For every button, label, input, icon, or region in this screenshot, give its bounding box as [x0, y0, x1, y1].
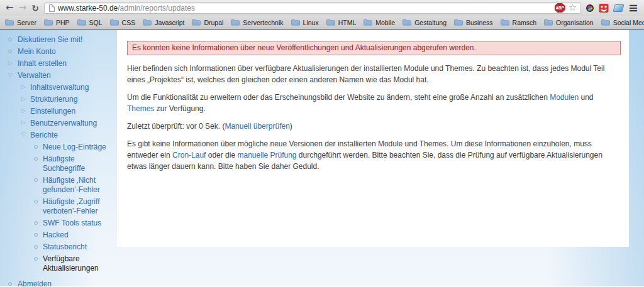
text-segment: zur Verfügung. [154, 104, 205, 113]
bookmark-folder[interactable]: Business [454, 19, 493, 26]
sidebar-item[interactable]: Abmelden [0, 279, 117, 286]
folder-icon [192, 19, 201, 26]
bookmark-star-icon[interactable]: ☆ [569, 3, 577, 13]
sidebar-link[interactable]: SWF Tools status [43, 219, 101, 227]
address-bar[interactable]: www.starke-50.de/admin/reports/updates A… [44, 3, 581, 14]
sidebar-link[interactable]: Verwalten [18, 71, 51, 80]
inline-link[interactable]: Manuell überprüfen [225, 122, 289, 131]
sidebar-link[interactable]: Häufigste Suchbegriffe [43, 154, 85, 173]
folder-icon [364, 19, 372, 26]
bookmark-folder[interactable]: Server [5, 19, 36, 26]
circle-bullet-icon [34, 257, 38, 261]
bookmark-folder[interactable]: Servertechnik [231, 19, 283, 26]
sidebar-link[interactable]: Statusbericht [43, 242, 87, 251]
inline-link[interactable]: Modulen [550, 93, 579, 102]
bookmark-folder[interactable]: Mobile [364, 19, 395, 26]
bookmark-label: Servertechnik [243, 19, 283, 26]
sidebar-item[interactable]: ▷Inhalt erstellen [0, 59, 117, 68]
bookmark-folder[interactable]: HTML [326, 19, 357, 26]
menu-icon[interactable]: ≡ [628, 3, 638, 13]
bookmark-folder[interactable]: CSS [110, 19, 136, 26]
inline-link[interactable]: manuelle Prüfung [237, 151, 296, 160]
bookmark-label: Organisation [556, 19, 594, 26]
sidebar-item[interactable]: Neue Log-Einträge [0, 143, 117, 152]
bookmark-label: Javascript [155, 19, 184, 26]
sidebar-link[interactable]: Einstellungen [30, 107, 75, 116]
colorzilla-extension-icon[interactable] [586, 4, 594, 12]
folder-icon [402, 19, 411, 26]
sidebar-link[interactable]: Verfügbare Aktualisierungen [43, 254, 99, 273]
sidebar-link[interactable]: Diskutieren Sie mit! [18, 35, 82, 44]
sidebar-link[interactable]: Inhaltsverwaltung [30, 83, 89, 92]
bookmark-folder[interactable]: PHP [44, 19, 70, 26]
bookmark-label: Mobile [375, 19, 395, 26]
circle-bullet-icon [34, 200, 38, 203]
bookmark-folder[interactable]: SQL [77, 19, 103, 26]
circle-bullet-icon [8, 50, 12, 53]
sidebar-item[interactable]: ▽Berichte [0, 131, 117, 140]
sidebar-link[interactable]: Hacked [43, 230, 69, 239]
adblock-plus-icon[interactable]: ABP [555, 3, 565, 13]
sidebar-item[interactable]: Häufigste Suchbegriffe [0, 154, 117, 173]
sidebar-item[interactable]: SWF Tools status [0, 219, 117, 228]
sidebar-link[interactable]: Inhalt erstellen [18, 59, 67, 68]
browser-toolbar: ← → ↻ www.starke-50.de/admin/reports/upd… [0, 0, 644, 16]
folder-icon [326, 19, 335, 26]
bookmark-label: Ramsch [513, 19, 537, 26]
sidebar-item[interactable]: ▷Einstellungen [0, 107, 117, 116]
circle-bullet-icon [34, 233, 38, 237]
text-segment: Um die Funktionalität zu erweitern oder … [127, 93, 550, 102]
sidebar-item[interactable]: Hacked [0, 230, 117, 240]
sidebar-link[interactable]: Neue Log-Einträge [43, 143, 106, 151]
folder-icon [544, 19, 553, 26]
sidebar-link[interactable]: Mein Konto [18, 47, 56, 56]
sidebar-link[interactable]: Häufigste ‚Nicht gefunden’-Fehler [43, 176, 100, 194]
circle-bullet-icon [8, 282, 12, 286]
url-text[interactable]: www.starke-50.de/admin/reports/updates [58, 4, 552, 13]
bookmark-folder[interactable]: Linux [291, 19, 319, 26]
sidebar-item[interactable]: Mein Konto [0, 47, 117, 57]
circle-bullet-icon [34, 178, 38, 182]
paragraph: Um die Funktionalität zu erweitern oder … [127, 92, 621, 114]
sidebar-link[interactable]: Benutzerverwaltung [30, 119, 97, 127]
bookmark-folder[interactable]: Javascript [143, 19, 184, 26]
text-segment: Zuletzt überprüft: vor 0 Sek. ( [127, 122, 225, 131]
expand-icon: ▷ [8, 60, 13, 66]
sidebar-link[interactable]: Häufigste ‚Zugriff verboten’-Fehler [43, 197, 100, 215]
sidebar-item[interactable]: Häufigste ‚Nicht gefunden’-Fehler [0, 176, 117, 195]
text-segment: Hier befinden sich Informationen über ve… [127, 64, 604, 84]
smiley-extension-icon[interactable] [599, 3, 609, 13]
sidebar-item[interactable]: ▷Benutzerverwaltung [0, 119, 117, 128]
text-segment: und [579, 93, 593, 102]
collapse-icon: ▽ [21, 132, 26, 138]
bookmark-folder[interactable]: Social Media [601, 19, 644, 26]
sidebar-link[interactable]: Abmelden [18, 279, 52, 286]
bookmark-label: Server [17, 19, 36, 26]
sidebar-link[interactable]: Berichte [30, 131, 58, 139]
back-button[interactable]: ← [6, 3, 14, 13]
bookmark-folder[interactable]: Organisation [544, 19, 594, 26]
folder-icon [454, 19, 463, 26]
reload-button[interactable]: ↻ [31, 4, 39, 13]
sidebar-item[interactable]: ▷Inhaltsverwaltung [0, 83, 117, 92]
text-segment: oder die [206, 151, 237, 160]
sidebar-link[interactable]: Strukturierung [30, 95, 77, 104]
bookmark-folder[interactable]: Gestaltung [402, 19, 447, 26]
sidebar-item[interactable]: ▷Strukturierung [0, 95, 117, 104]
folder-icon [501, 19, 509, 26]
inline-link[interactable]: Cron-Lauf [172, 151, 206, 160]
bookmarks-bar: ServerPHPSQLCSSJavascriptDrupalServertec… [0, 16, 644, 30]
blue-extension-icon[interactable] [613, 4, 625, 12]
sidebar-menu: Diskutieren Sie mit!Mein Konto▷Inhalt er… [0, 30, 117, 286]
bookmark-folder[interactable]: Drupal [192, 19, 223, 26]
sidebar-item[interactable]: Diskutieren Sie mit! [0, 35, 117, 45]
sidebar-item[interactable]: ▽Verwalten [0, 71, 117, 80]
forward-button[interactable]: → [19, 3, 27, 13]
bookmark-label: Social Media [613, 19, 644, 26]
inline-link[interactable]: Themes [127, 104, 154, 113]
sidebar-item[interactable]: Verfügbare Aktualisierungen [0, 254, 117, 273]
bookmark-folder[interactable]: Ramsch [501, 19, 537, 26]
sidebar-item[interactable]: Statusbericht [0, 242, 117, 252]
circle-bullet-icon [8, 38, 12, 41]
sidebar-item[interactable]: Häufigste ‚Zugriff verboten’-Fehler [0, 197, 117, 216]
